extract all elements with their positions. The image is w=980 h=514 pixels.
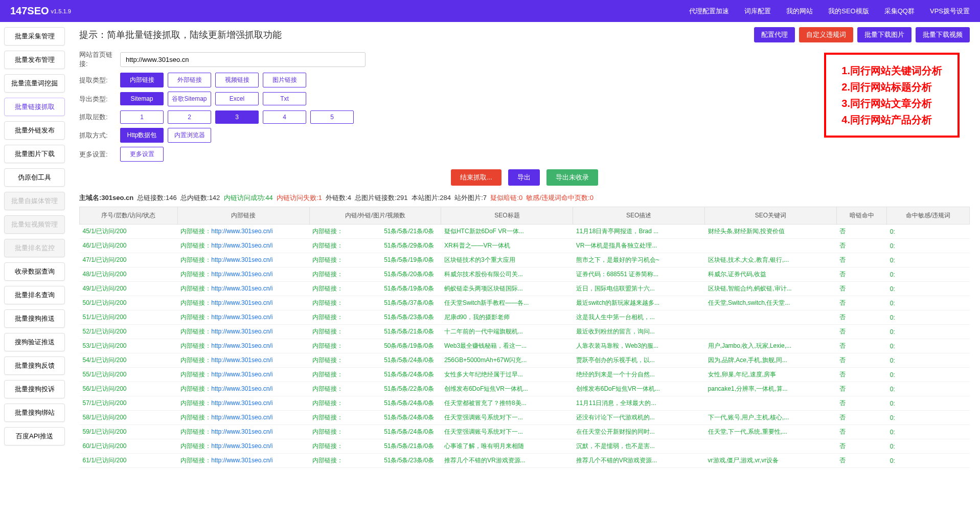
cell-status: 61/1/已访问/200 <box>80 454 178 468</box>
cell-counts: 内部链接： 51条/5条/21条/0条 <box>309 439 441 454</box>
export-unindexed-button[interactable]: 导出未收录 <box>546 169 598 186</box>
option-button[interactable]: 视频链接 <box>215 73 259 87</box>
cell-title: 女性多大年纪绝经属于过早... <box>441 368 573 382</box>
table-header: 命中敏感/违规词 <box>887 207 970 225</box>
cell-sensitive: 0: <box>887 253 970 267</box>
option-button[interactable]: 内置浏览器 <box>168 128 211 143</box>
table-row[interactable]: 46/1/已访问/200内部链接：http://www.301seo.cn/i内… <box>80 239 970 253</box>
sidebar-item[interactable]: 批量搜狗推送 <box>4 309 65 328</box>
topnav-item[interactable]: VPS拨号设置 <box>930 7 970 16</box>
option-button[interactable]: Txt <box>263 92 306 105</box>
sidebar-item[interactable]: 批量发布管理 <box>4 51 65 69</box>
cell-darklink: 否 <box>836 454 886 468</box>
download-videos-button[interactable]: 批量下载视频 <box>916 27 970 42</box>
domain-label: 主域名: <box>79 194 101 202</box>
topnav-item[interactable]: 词库配置 <box>744 7 771 16</box>
sidebar-item[interactable]: 批量搜狗绑站 <box>4 404 65 422</box>
sidebar-item[interactable]: 批量外链发布 <box>4 121 65 140</box>
cell-link: 内部链接：http://www.301seo.cn/i <box>177 368 309 382</box>
results-table: 序号/层数/访问/状态内部链接内链/外链/图片/视频数SEO标题SEO描述SEO… <box>79 207 970 468</box>
option-button[interactable]: 1 <box>120 110 164 124</box>
sidebar-item[interactable]: 搜狗验证推送 <box>4 333 65 351</box>
table-row[interactable]: 55/1/已访问/200内部链接：http://www.301seo.cn/i内… <box>80 368 970 382</box>
cell-link: 内部链接：http://www.301seo.cn/i <box>177 310 309 325</box>
cell-title: 十二年前的一代中端旗舰机... <box>441 325 573 339</box>
custom-words-button[interactable]: 自定义违规词 <box>799 27 853 42</box>
cell-counts: 内部链接： 51条/5条/37条/0条 <box>309 296 441 310</box>
sidebar-item[interactable]: 批量搜狗反馈 <box>4 356 65 375</box>
sidebar-item[interactable]: 收录数据查询 <box>4 262 65 281</box>
config-proxy-button[interactable]: 配置代理 <box>754 27 795 42</box>
table-row[interactable]: 50/1/已访问/200内部链接：http://www.301seo.cn/i内… <box>80 296 970 310</box>
table-row[interactable]: 59/1/已访问/200内部链接：http://www.301seo.cn/i内… <box>80 425 970 439</box>
cell-status: 45/1/已访问/200 <box>80 225 178 239</box>
option-button[interactable]: 2 <box>168 110 211 124</box>
cell-sensitive: 0: <box>887 225 970 239</box>
cell-counts: 内部链接： 51条/5条/24条/0条 <box>309 411 441 425</box>
table-row[interactable]: 60/1/已访问/200内部链接：http://www.301seo.cn/i内… <box>80 439 970 454</box>
option-button[interactable]: 外部链接 <box>168 73 211 87</box>
cell-link: 内部链接：http://www.301seo.cn/i <box>177 282 309 296</box>
sidebar-item[interactable]: 批量搜狗投诉 <box>4 380 65 398</box>
table-row[interactable]: 58/1/已访问/200内部链接：http://www.301seo.cn/i内… <box>80 411 970 425</box>
stop-crawl-button[interactable]: 结束抓取... <box>451 169 502 186</box>
sidebar-item[interactable]: 百度API推送 <box>4 427 65 445</box>
sidebar-item: 批量排名监控 <box>4 239 65 257</box>
more-settings-button[interactable]: 更多设置 <box>120 147 164 162</box>
option-button[interactable]: 内部链接 <box>120 73 164 87</box>
sidebar-item[interactable]: 批量流量词挖掘 <box>4 74 65 93</box>
table-row[interactable]: 56/1/已访问/200内部链接：http://www.301seo.cn/i内… <box>80 382 970 396</box>
option-button[interactable]: Excel <box>215 92 259 105</box>
cell-desc: 这是我人生中第一台相机，... <box>573 310 705 325</box>
table-header: SEO关键词 <box>705 207 837 225</box>
topnav-item[interactable]: 我的网站 <box>786 7 813 16</box>
table-row[interactable]: 48/1/已访问/200内部链接：http://www.301seo.cn/i内… <box>80 267 970 282</box>
sidebar-item[interactable]: 批量链接抓取 <box>4 98 65 116</box>
cell-link: 内部链接：http://www.301seo.cn/i <box>177 325 309 339</box>
option-button[interactable]: Http数据包 <box>120 128 164 143</box>
cell-desc: 11月18日青亭网报道，Brad ... <box>573 225 705 239</box>
table-header: 内部链接 <box>177 207 309 225</box>
sidebar: 批量采集管理批量发布管理批量流量词挖掘批量链接抓取批量外链发布批量图片下载伪原创… <box>0 22 69 473</box>
option-button[interactable]: 图片链接 <box>263 73 306 87</box>
homepage-url-input[interactable] <box>120 52 366 67</box>
table-row[interactable]: 45/1/已访问/200内部链接：http://www.301seo.cn/i内… <box>80 225 970 239</box>
cell-desc: 人靠衣装马靠鞍，Web3的服... <box>573 339 705 353</box>
sidebar-item[interactable]: 伪原创工具 <box>4 168 65 187</box>
option-button[interactable]: 谷歌Sitemap <box>168 92 211 106</box>
topnav-item[interactable]: 我的SEO模版 <box>828 7 869 16</box>
cell-link: 内部链接：http://www.301seo.cn/i <box>177 411 309 425</box>
cell-link: 内部链接：http://www.301seo.cn/i <box>177 382 309 396</box>
option-button[interactable]: 5 <box>310 110 354 124</box>
analysis-tip-line: 2.同行网站标题分析 <box>841 79 942 95</box>
cell-counts: 内部链接： 51条/5条/24条/0条 <box>309 368 441 382</box>
method-label: 抓取方式: <box>79 131 120 140</box>
option-button[interactable]: Sitemap <box>120 92 164 105</box>
sidebar-item[interactable]: 批量图片下载 <box>4 145 65 163</box>
sidebar-item[interactable]: 批量排名查询 <box>4 286 65 304</box>
cell-sensitive: 0: <box>887 382 970 396</box>
option-button[interactable]: 4 <box>263 110 306 124</box>
table-row[interactable]: 47/1/已访问/200内部链接：http://www.301seo.cn/i内… <box>80 253 970 267</box>
table-row[interactable]: 57/1/已访问/200内部链接：http://www.301seo.cn/i内… <box>80 396 970 411</box>
cell-counts: 内部链接： 51条/5条/24条/0条 <box>309 425 441 439</box>
cell-title: 任天堂Switch新手教程——各... <box>441 296 573 310</box>
table-row[interactable]: 54/1/已访问/200内部链接：http://www.301seo.cn/i内… <box>80 353 970 368</box>
option-button[interactable]: 3 <box>215 110 259 124</box>
export-button[interactable]: 导出 <box>508 169 540 186</box>
topnav-item[interactable]: 代理配置加速 <box>689 7 729 16</box>
download-images-button[interactable]: 批量下载图片 <box>857 27 911 42</box>
topnav-item[interactable]: 采集QQ群 <box>884 7 915 16</box>
cell-desc: 创维发布6DoF短焦VR一体机... <box>573 382 705 396</box>
sidebar-item[interactable]: 批量采集管理 <box>4 27 65 46</box>
domain-value: 301seo.cn <box>101 194 133 202</box>
table-row[interactable]: 52/1/已访问/200内部链接：http://www.301seo.cn/i内… <box>80 325 970 339</box>
cell-status: 50/1/已访问/200 <box>80 296 178 310</box>
cell-link: 内部链接：http://www.301seo.cn/i <box>177 267 309 282</box>
cell-desc: 沉默，不是懦弱，也不是害... <box>573 439 705 454</box>
table-row[interactable]: 49/1/已访问/200内部链接：http://www.301seo.cn/i内… <box>80 282 970 296</box>
table-row[interactable]: 61/1/已访问/200内部链接：http://www.301seo.cn/i内… <box>80 454 970 468</box>
cell-desc: 11月11日消息，全球最大的... <box>573 396 705 411</box>
table-row[interactable]: 53/1/已访问/200内部链接：http://www.301seo.cn/i内… <box>80 339 970 353</box>
table-row[interactable]: 51/1/已访问/200内部链接：http://www.301seo.cn/i内… <box>80 310 970 325</box>
